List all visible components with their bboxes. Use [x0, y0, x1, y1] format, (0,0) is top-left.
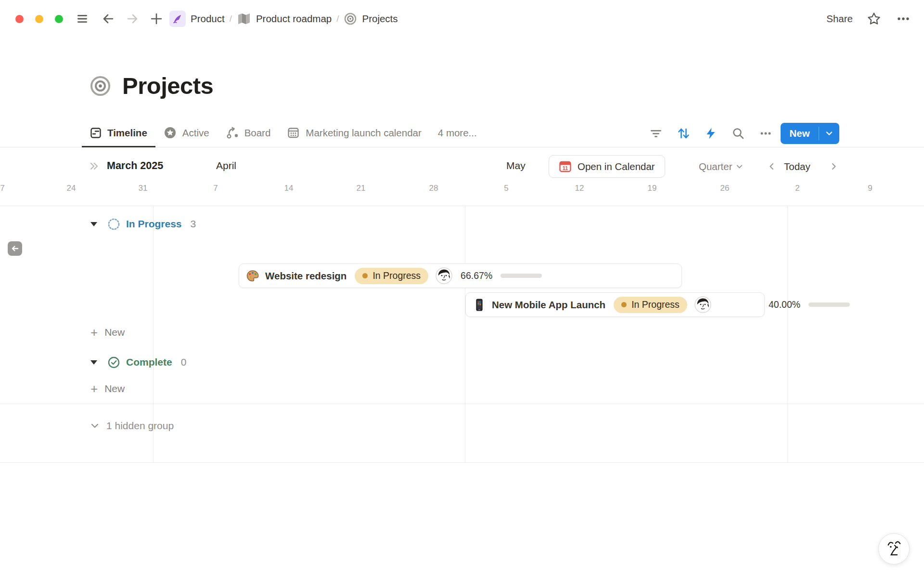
assignee-avatar — [694, 296, 711, 313]
back-arrow-icon[interactable] — [102, 12, 115, 26]
breadcrumb-separator: / — [336, 13, 339, 24]
group-count: 0 — [181, 356, 187, 368]
prev-period-chevron-icon[interactable] — [768, 155, 776, 178]
groups-divider — [0, 404, 924, 404]
task-name: New Mobile App Launch — [492, 299, 605, 311]
search-icon[interactable] — [731, 126, 745, 141]
board-view-icon — [226, 126, 239, 139]
double-chevron-right-icon[interactable] — [89, 160, 100, 174]
sidebar-menu-icon[interactable] — [76, 12, 89, 26]
group-name: Complete — [126, 356, 172, 368]
group-header-in-progress[interactable]: In Progress 3 — [0, 216, 196, 232]
filter-icon[interactable] — [649, 126, 663, 141]
breadcrumb-item-roadmap[interactable]: Product roadmap — [256, 13, 332, 25]
new-button-dropdown[interactable] — [819, 123, 839, 144]
page-title-target-icon — [89, 75, 112, 97]
add-new-complete-button[interactable]: + New — [0, 381, 125, 397]
plus-icon: + — [90, 382, 98, 395]
collapse-caret-icon[interactable] — [90, 360, 97, 365]
month-label-may: May — [506, 158, 526, 173]
automation-lightning-icon[interactable] — [704, 126, 718, 141]
more-options-icon[interactable] — [895, 11, 911, 27]
task-bar-website-redesign[interactable]: Website redesign In Progress 66.67% — [239, 263, 682, 288]
sort-icon[interactable] — [676, 126, 691, 141]
open-in-calendar-button[interactable]: 11 Open in Calendar — [549, 155, 665, 178]
group-header-complete[interactable]: Complete 0 — [0, 354, 186, 370]
complete-check-circle-icon — [107, 356, 120, 369]
assignee-avatar — [436, 267, 452, 284]
maximize-window-button[interactable] — [55, 15, 63, 23]
breadcrumb-separator: / — [230, 13, 232, 24]
task2-progress-readout: 40.00% — [769, 292, 850, 317]
collapse-caret-icon[interactable] — [90, 222, 97, 226]
breadcrumb-item-product[interactable]: Product — [191, 13, 225, 25]
status-badge: In Progress — [614, 297, 687, 313]
plus-icon: + — [90, 326, 98, 339]
progress-percent: 40.00% — [769, 299, 800, 310]
timeline-header: March 2025 April May 11 Open in Calendar… — [0, 148, 924, 206]
ai-face-icon — [886, 539, 902, 559]
chevron-down-icon — [736, 163, 743, 170]
date-tick: 26 — [720, 184, 730, 193]
product-page-icon[interactable] — [169, 11, 186, 27]
current-month-label[interactable]: March 2025 — [107, 158, 163, 173]
group-count: 3 — [191, 218, 196, 230]
svg-text:11: 11 — [563, 165, 568, 171]
hidden-group-toggle[interactable]: 1 hidden group — [0, 418, 174, 434]
share-button[interactable]: Share — [826, 13, 853, 25]
view-tabs: Timeline Active Board Marketing launch c… — [82, 119, 485, 147]
next-period-chevron-icon[interactable] — [830, 155, 838, 178]
task-name: Website redesign — [265, 270, 346, 282]
date-tick: 9 — [868, 184, 872, 193]
page-title: Projects — [122, 72, 213, 99]
view-tabs-row: Timeline Active Board Marketing launch c… — [0, 119, 924, 147]
timeline-canvas: In Progress 3 Website redesign In Progre… — [0, 206, 924, 463]
date-tick: 24 — [67, 184, 76, 193]
date-tick: 12 — [575, 184, 584, 193]
window-titlebar: Product / Product roadmap / Projects Sha… — [0, 0, 924, 38]
add-new-in-progress-button[interactable]: + New — [0, 324, 125, 341]
favorite-star-icon[interactable] — [866, 11, 882, 26]
timeline-zoom-select[interactable]: Quarter — [699, 155, 743, 178]
chevron-down-icon — [825, 130, 833, 137]
close-window-button[interactable] — [15, 15, 24, 23]
timeline-view-icon — [90, 127, 102, 139]
view-more-options-icon[interactable] — [758, 126, 773, 141]
new-tab-plus-icon[interactable] — [150, 12, 163, 26]
in-progress-dashed-circle-icon — [107, 218, 120, 231]
progress-bar — [500, 274, 542, 278]
tab-active[interactable]: Active — [155, 119, 218, 147]
new-button[interactable]: New — [781, 123, 839, 144]
today-button[interactable]: Today — [784, 155, 810, 178]
date-tick: 7 — [0, 184, 4, 193]
left-arrow-icon — [11, 244, 19, 253]
task-bar-new-mobile-app-launch[interactable]: New Mobile App Launch In Progress — [465, 292, 765, 317]
red-calendar-icon: 11 — [559, 160, 572, 173]
month-gridline — [465, 206, 465, 463]
date-tick: 31 — [139, 184, 148, 193]
forward-arrow-icon[interactable] — [126, 12, 139, 26]
date-tick: 5 — [504, 184, 508, 193]
view-toolbar — [649, 119, 773, 147]
breadcrumb: Product / Product roadmap / Projects — [169, 0, 398, 38]
projects-target-icon — [344, 12, 357, 26]
tab-timeline[interactable]: Timeline — [82, 119, 155, 147]
date-tick: 2 — [795, 184, 799, 193]
month-gridline — [787, 206, 788, 463]
group-name: In Progress — [126, 218, 182, 230]
notion-ai-button[interactable] — [878, 533, 910, 565]
notion-window: Product / Product roadmap / Projects Sha… — [0, 0, 924, 578]
breadcrumb-item-projects[interactable]: Projects — [362, 13, 398, 25]
tabs-more-button[interactable]: 4 more... — [430, 119, 485, 147]
titlebar-actions: Share — [826, 0, 911, 38]
tab-board[interactable]: Board — [218, 119, 279, 147]
date-tick: 28 — [429, 184, 438, 193]
tab-marketing-launch-calendar[interactable]: Marketing launch calendar — [279, 119, 429, 147]
new-button-label[interactable]: New — [781, 123, 819, 144]
page-header: Projects — [89, 72, 213, 99]
minimize-window-button[interactable] — [35, 15, 43, 23]
star-circle-icon — [164, 126, 177, 139]
scroll-left-button[interactable] — [8, 241, 22, 256]
calendar-view-icon — [287, 126, 300, 139]
open-in-calendar-label: Open in Calendar — [578, 161, 655, 172]
